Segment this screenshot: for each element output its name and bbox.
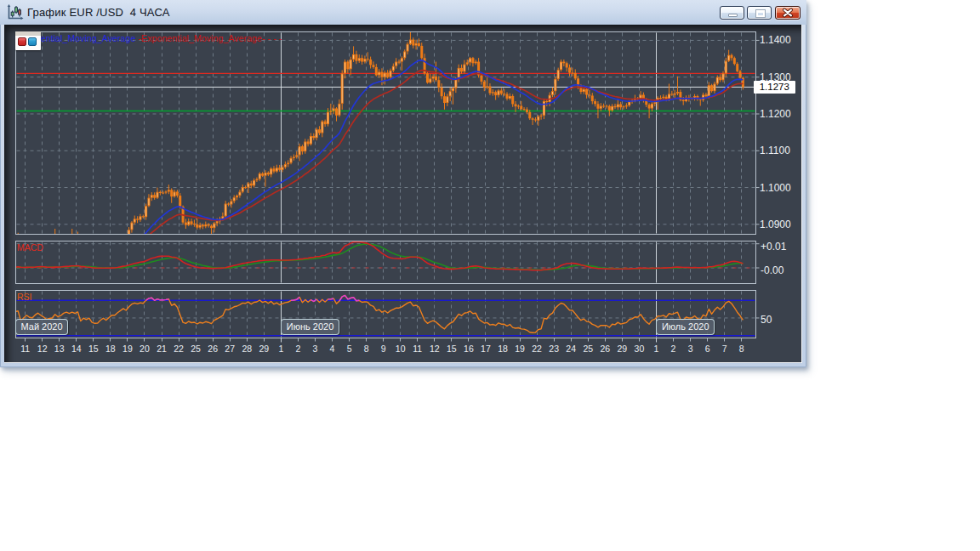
candle-body — [733, 58, 736, 64]
candle-body — [386, 73, 389, 77]
legend-ema-slow-label[interactable]: Exponential_Moving_Average — [141, 33, 262, 43]
candle-body — [287, 163, 289, 165]
ema-fast-color-button[interactable] — [18, 37, 26, 46]
candle-body — [355, 54, 357, 61]
candle-body — [608, 106, 611, 111]
candle-body — [335, 109, 338, 116]
candle-body — [159, 192, 162, 193]
candle-body — [596, 104, 599, 108]
month-tooltip: Июнь 2020 — [281, 319, 339, 335]
candle-body — [361, 58, 363, 61]
date-axis-label: 1 — [654, 344, 659, 354]
candle-body — [165, 191, 168, 192]
date-axis-label: 14 — [71, 344, 82, 354]
candle-body — [83, 252, 85, 257]
macd-axis-label: -0.00 — [761, 264, 783, 276]
date-axis-label: 6 — [705, 344, 710, 354]
candle-body — [605, 105, 607, 106]
candle-body — [653, 102, 656, 104]
candle-body — [682, 100, 685, 101]
date-axis-label: 19 — [122, 344, 133, 354]
candle-body — [545, 101, 548, 102]
candle-body — [562, 62, 565, 64]
candle-body — [170, 190, 173, 196]
candle-body — [471, 58, 474, 63]
candle-body — [540, 116, 543, 116]
candle-body — [85, 252, 88, 254]
candle-body — [191, 221, 193, 224]
candle-body — [48, 256, 51, 258]
date-axis-label: 8 — [364, 344, 369, 354]
month-tooltip: Май 2020 — [15, 319, 68, 335]
candle-body — [94, 259, 96, 262]
candle-body — [136, 219, 139, 219]
candle-body — [676, 92, 679, 94]
candle-body — [710, 85, 713, 91]
candle-body — [307, 141, 310, 144]
date-axis-label: 26 — [600, 344, 610, 354]
date-axis-label: 3 — [688, 344, 693, 354]
candle-body — [210, 226, 213, 229]
month-tooltip: Июль 2020 — [656, 319, 715, 335]
candle-body — [736, 64, 738, 71]
rsi-plot[interactable] — [9, 292, 755, 338]
candle-body — [426, 73, 429, 82]
candle-body — [566, 63, 568, 67]
candle-body — [443, 96, 446, 103]
rsi-panel-label: RSI — [17, 292, 32, 302]
ema-fast-line — [9, 60, 743, 258]
candle-body — [398, 62, 401, 63]
candle-body — [31, 255, 33, 256]
candle-body — [375, 67, 378, 76]
indicator-panel-header — [15, 31, 41, 37]
ema-slow-color-button[interactable] — [28, 37, 37, 46]
candle-body — [571, 73, 573, 74]
date-axis-label: 20 — [140, 344, 150, 354]
candle-body — [26, 252, 28, 257]
candle-body — [68, 244, 71, 246]
candle-body — [619, 105, 622, 108]
date-axis-label: 11 — [20, 344, 30, 354]
candle-body — [185, 223, 187, 225]
date-axis-label: 15 — [447, 344, 457, 354]
date-axis-label: 12 — [37, 344, 48, 354]
chart-window: График EUR /USD 4 ЧАСА Exponential_Movin… — [0, 0, 806, 367]
date-axis-label: 4 — [330, 344, 335, 354]
candle-body — [699, 99, 702, 100]
price-axis-label: 1.1200 — [760, 108, 791, 120]
candle-body — [517, 105, 520, 106]
main-price-plot[interactable] — [9, 32, 755, 271]
date-axis-label: 5 — [347, 344, 352, 354]
candle-body — [528, 112, 531, 118]
candle-body — [704, 94, 707, 96]
candle-body — [301, 146, 304, 151]
candle-body — [648, 105, 651, 108]
date-axis-label: 19 — [515, 344, 525, 354]
date-axis-label: 13 — [54, 344, 65, 354]
candle-body — [588, 94, 590, 95]
date-axis-label: 30 — [635, 344, 645, 354]
candle-body — [153, 195, 156, 197]
candle-body — [437, 80, 440, 88]
candle-body — [293, 157, 295, 158]
chart-canvas[interactable] — [0, 0, 806, 367]
candle-body — [329, 111, 332, 112]
candle-body — [227, 204, 230, 205]
candle-body — [255, 179, 258, 180]
candle-body — [45, 253, 48, 258]
macd-plot[interactable] — [9, 241, 755, 282]
candle-body — [22, 257, 25, 263]
date-axis-label: 2 — [671, 344, 676, 354]
candle-body — [625, 105, 628, 106]
candle-body — [492, 92, 494, 93]
candle-body — [488, 87, 491, 94]
date-axis-label: 1 — [278, 344, 283, 354]
date-axis-label: 12 — [430, 344, 440, 354]
candle-body — [534, 119, 537, 120]
candle-body — [100, 257, 102, 261]
price-axis-label: 1.1300 — [760, 71, 791, 83]
candle-body — [500, 90, 503, 94]
rsi-axis-label: 50 — [761, 314, 772, 326]
price-axis-label: 1.1100 — [760, 145, 790, 156]
candle-body — [591, 95, 594, 101]
